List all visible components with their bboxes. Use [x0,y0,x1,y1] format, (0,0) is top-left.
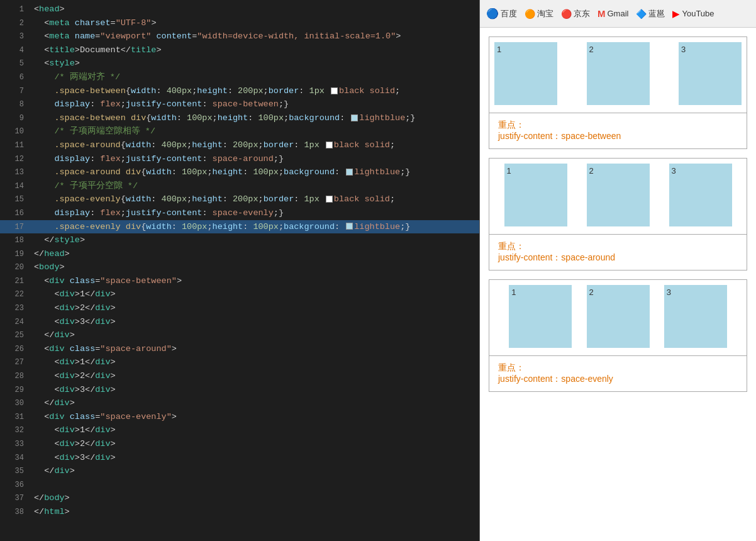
jingdong-icon: 🔴 [561,9,572,19]
code-line-1: 1 <head> [0,3,479,16]
code-line-30: 30 </div> [0,396,479,410]
bookmark-lanyong[interactable]: 🔷 蓝邕 [636,8,665,20]
code-line-37: 37 </body> [0,491,479,505]
flex-between-container: 1 2 3 [489,37,747,113]
bookmark-baidu[interactable]: 🔵 百度 [486,8,517,20]
code-line-3: 3 <meta name="viewport" content="width=d… [0,30,479,43]
code-line-34: 34 <div>3</div> [0,451,479,465]
preview-content: 1 2 3 重点： justify-content：space-between … [480,28,756,541]
code-line-38: 38 </html> [0,505,479,519]
preview-panel: 🔵 百度 🟠 淘宝 🔴 京东 M Gmail 🔷 蓝邕 [479,0,756,541]
caption-evenly: 重点： justify-content：space-evenly [489,356,747,392]
lanyong-label: 蓝邕 [648,8,665,20]
caption-label-2: 重点： [498,241,738,252]
section-space-around: 1 2 3 [489,158,747,235]
bookmark-taobao[interactable]: 🟠 淘宝 [525,8,553,20]
code-line-18: 18 </style> [0,233,479,247]
code-line-19: 19 </head> [0,247,479,261]
section-space-between: 1 2 3 [489,36,747,113]
caption-between: 重点： justify-content：space-between [489,113,747,149]
code-editor[interactable]: 1 <head> 2 <meta charset="UTF-8"> 3 <met… [0,0,479,541]
code-line-6: 6 /* 两端对齐 */ [0,70,479,84]
main-layout: 1 <head> 2 <meta charset="UTF-8"> 3 <met… [0,0,756,541]
code-line-10: 10 /* 子项两端空隙相等 */ [0,125,479,138]
taobao-label: 淘宝 [537,8,553,20]
gmail-icon: M [598,8,606,19]
box-3: 3 [679,42,742,105]
code-line-13: 13 .space-around div{width: 100px;height… [0,165,479,179]
code-line-22: 22 <div>1</div> [0,287,479,301]
bookmark-youtube[interactable]: ▶ YouTube [672,8,714,20]
code-line-2: 2 <meta charset="UTF-8"> [0,16,479,30]
bookmark-gmail[interactable]: M Gmail [598,8,628,19]
box-e3: 3 [664,285,727,348]
code-line-35: 35 </div> [0,464,479,478]
code-line-11: 11 .space-around{width: 400px;height: 20… [0,138,479,152]
youtube-label: YouTube [682,9,714,18]
box-a2: 2 [587,164,650,226]
caption-label-3: 重点： [498,362,738,374]
box-a3: 3 [669,164,732,226]
code-line-29: 29 <div>3</div> [0,383,479,397]
code-line-24: 24 <div>3</div> [0,315,479,329]
code-line-14: 14 /* 子项平分空隙 */ [0,179,479,193]
taobao-icon: 🟠 [525,9,535,19]
code-line-16: 16 display: flex;justify-content: space-… [0,206,479,220]
box-1: 1 [494,42,557,105]
flex-evenly-container: 1 2 3 [489,280,747,355]
bookmark-jingdong[interactable]: 🔴 京东 [561,8,590,20]
code-line-26: 26 <div class="space-around"> [0,342,479,356]
code-line-36: 36 [0,478,479,492]
code-line-31: 31 <div class="space-evenly"> [0,410,479,424]
content-area: 1 <head> 2 <meta charset="UTF-8"> 3 <met… [0,0,756,541]
box-a1: 1 [504,164,567,226]
gmail-label: Gmail [608,9,629,18]
code-line-28: 28 <div>2</div> [0,369,479,383]
box-e2: 2 [587,285,650,348]
caption-value-1: justify-content：space-between [498,131,738,142]
baidu-icon: 🔵 [486,8,499,20]
code-line-4: 4 <title>Document</title> [0,43,479,57]
flex-around-container: 1 2 3 [489,159,747,234]
code-line-23: 23 <div>2</div> [0,301,479,315]
preview-topbar: 🔵 百度 🟠 淘宝 🔴 京东 M Gmail 🔷 蓝邕 [480,0,756,28]
code-line-27: 27 <div>1</div> [0,355,479,369]
caption-around: 重点： justify-content：space-around [489,235,747,270]
code-line-12: 12 display: flex;justify-content: space-… [0,152,479,166]
baidu-label: 百度 [501,8,517,20]
code-line-17: 17 .space-evenly div{width: 100px;height… [0,220,479,234]
code-line-7: 7 .space-between{width: 400px;height: 20… [0,84,479,98]
lanyong-icon: 🔷 [636,9,647,19]
code-line-8: 8 display: flex;justify-content: space-b… [0,98,479,111]
code-line-9: 9 .space-between div{width: 100px;height… [0,111,479,125]
jingdong-label: 京东 [574,8,590,20]
code-line-15: 15 .space-evenly{width: 400px;height: 20… [0,192,479,206]
code-line-32: 32 <div>1</div> [0,423,479,437]
box-2: 2 [587,42,650,105]
code-line-5: 5 <style> [0,57,479,70]
youtube-icon: ▶ [672,8,680,20]
code-line-25: 25 </div> [0,328,479,342]
code-line-33: 33 <div>2</div> [0,437,479,451]
caption-value-3: justify-content：space-evenly [498,374,738,385]
code-line-21: 21 <div class="space-between"> [0,274,479,288]
caption-value-2: justify-content：space-around [498,252,738,264]
code-line-20: 20 <body> [0,260,479,274]
caption-label-1: 重点： [498,120,738,131]
section-space-evenly: 1 2 3 [489,279,747,356]
box-e1: 1 [509,285,572,348]
